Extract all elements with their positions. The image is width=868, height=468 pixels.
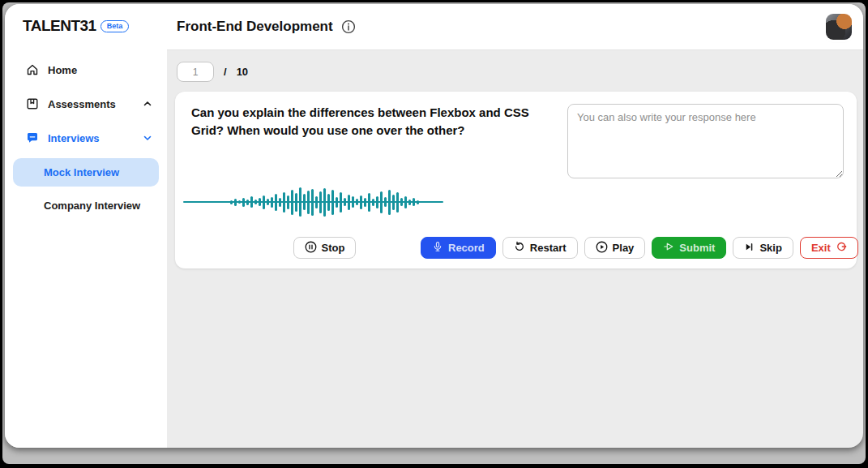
main-header: Front-End Development <box>167 4 863 50</box>
send-icon <box>663 241 674 255</box>
play-circle-icon <box>596 241 608 255</box>
pager-total: 10 <box>237 66 248 78</box>
sidebar: TALENT31 Beta Home Assessments <box>5 4 167 448</box>
question-card: Can you explain the differences between … <box>175 92 857 268</box>
restart-label: Restart <box>530 242 567 254</box>
sidebar-item-label: Mock Interview <box>44 166 119 178</box>
home-icon <box>26 63 39 76</box>
sidebar-item-label: Home <box>48 64 77 76</box>
question-text: Can you explain the differences between … <box>191 104 548 178</box>
audio-waveform <box>229 186 421 218</box>
exit-label: Exit <box>811 242 831 254</box>
question-pager: / 10 <box>175 62 857 82</box>
beta-badge: Beta <box>100 20 130 32</box>
play-label: Play <box>613 242 635 254</box>
stop-button[interactable]: Stop <box>293 237 357 259</box>
skip-forward-icon <box>744 242 755 255</box>
submit-button[interactable]: Submit <box>652 237 726 259</box>
action-buttons: Record Restart <box>421 237 858 259</box>
sidebar-item-company-interview[interactable]: Company Interview <box>13 191 159 220</box>
logo: TALENT31 Beta <box>5 17 167 35</box>
main-area: Front-End Development / 10 Can you expla… <box>167 4 863 448</box>
sidebar-item-label: Company Interview <box>44 200 140 212</box>
pager-separator: / <box>224 66 227 78</box>
sidebar-item-home[interactable]: Home <box>5 56 167 84</box>
microphone-icon <box>432 241 443 255</box>
page-title: Front-End Development <box>177 19 333 35</box>
sidebar-item-assessments[interactable]: Assessments <box>5 90 167 118</box>
app-window: TALENT31 Beta Home Assessments <box>5 4 863 448</box>
voice-column: Stop <box>229 186 421 259</box>
record-button[interactable]: Record <box>421 237 496 259</box>
assessments-icon <box>26 97 39 110</box>
response-textarea[interactable] <box>567 104 844 178</box>
exit-icon <box>836 241 847 255</box>
exit-button[interactable]: Exit <box>800 237 858 259</box>
pause-circle-icon <box>305 241 317 255</box>
interviews-icon <box>26 131 39 144</box>
sidebar-item-mock-interview[interactable]: Mock Interview <box>13 158 159 187</box>
chevron-up-icon <box>143 99 152 109</box>
submit-label: Submit <box>679 242 715 254</box>
sidebar-item-label: Interviews <box>48 132 100 144</box>
restart-icon <box>514 241 525 255</box>
stop-label: Stop <box>322 242 345 254</box>
question-number-input[interactable] <box>177 62 214 82</box>
record-label: Record <box>448 242 485 254</box>
avatar[interactable] <box>826 14 852 40</box>
card-bottom: Stop Record <box>191 186 844 259</box>
content: / 10 Can you explain the differences bet… <box>167 50 863 448</box>
info-icon[interactable] <box>341 19 356 34</box>
logo-text: TALENT31 <box>23 17 96 35</box>
card-top: Can you explain the differences between … <box>191 104 844 178</box>
skip-label: Skip <box>759 242 781 254</box>
play-button[interactable]: Play <box>584 237 646 259</box>
restart-button[interactable]: Restart <box>502 237 578 259</box>
sidebar-item-label: Assessments <box>48 98 116 110</box>
desktop-background: TALENT31 Beta Home Assessments <box>2 2 866 464</box>
sidebar-item-interviews[interactable]: Interviews <box>5 124 167 152</box>
chevron-down-icon <box>143 133 152 143</box>
skip-button[interactable]: Skip <box>733 237 793 259</box>
